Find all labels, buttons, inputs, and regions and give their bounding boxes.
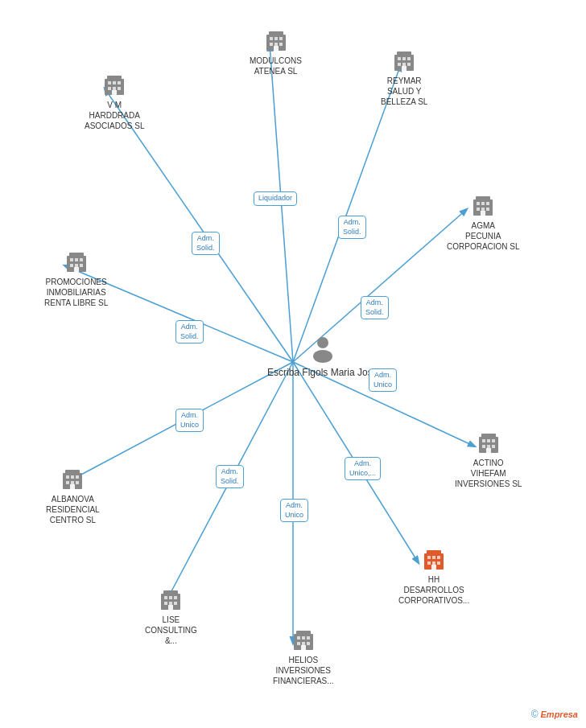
svg-rect-29 (402, 66, 406, 71)
svg-rect-70 (76, 475, 79, 479)
svg-rect-99 (302, 642, 305, 645)
watermark: © Empresa (531, 709, 578, 720)
svg-rect-59 (482, 439, 485, 442)
svg-rect-33 (113, 81, 116, 84)
svg-point-10 (317, 337, 328, 348)
node-label-lise: LISE CONSULTING &... (145, 615, 197, 646)
company-node-modulcons[interactable]: MODULCONS ATENEA SL (250, 28, 302, 76)
svg-rect-80 (427, 561, 431, 565)
svg-rect-49 (69, 253, 84, 257)
svg-rect-28 (407, 63, 411, 66)
svg-rect-35 (108, 87, 111, 90)
svg-rect-92 (168, 605, 173, 610)
svg-rect-88 (174, 596, 177, 599)
badge-b1[interactable]: Liquidador (254, 191, 297, 206)
svg-rect-31 (107, 76, 122, 80)
svg-rect-60 (487, 439, 490, 442)
center-label: Escriba Figols Maria Jose (267, 366, 378, 380)
badge-b5[interactable]: Adm. Solid. (361, 296, 389, 319)
company-node-reymar[interactable]: REYMAR SALUD Y BELLEZA SL (381, 48, 427, 107)
svg-rect-69 (71, 475, 74, 479)
svg-rect-38 (112, 90, 117, 95)
svg-rect-44 (477, 208, 480, 211)
svg-rect-78 (432, 556, 435, 559)
svg-rect-74 (70, 484, 75, 489)
svg-rect-81 (432, 561, 435, 565)
svg-rect-53 (70, 264, 73, 267)
svg-rect-101 (301, 645, 306, 650)
node-label-actino: ACTINO VIHEFAM INVERSIONES SL (455, 458, 522, 489)
svg-rect-36 (113, 87, 116, 90)
company-node-vm_hard[interactable]: V M HARDDRADA ASOCIADOS SL (85, 72, 144, 131)
node-label-vm_hard: V M HARDDRADA ASOCIADOS SL (85, 100, 144, 131)
svg-rect-85 (163, 590, 178, 595)
svg-rect-16 (279, 37, 283, 40)
badge-b9[interactable]: Adm. Unico,... (345, 457, 381, 480)
badge-b6[interactable]: Adm. Unico (369, 368, 397, 392)
svg-rect-87 (169, 596, 172, 599)
svg-rect-17 (270, 43, 273, 46)
svg-rect-37 (118, 87, 121, 90)
svg-rect-98 (297, 642, 300, 645)
svg-rect-55 (80, 264, 83, 267)
svg-rect-100 (307, 642, 310, 645)
svg-rect-76 (427, 550, 441, 555)
svg-rect-83 (431, 565, 436, 570)
svg-rect-68 (66, 475, 69, 479)
svg-rect-42 (481, 202, 485, 205)
company-node-lise[interactable]: LISE CONSULTING &... (145, 587, 197, 646)
svg-rect-25 (407, 57, 411, 60)
svg-rect-54 (75, 264, 78, 267)
svg-rect-56 (74, 267, 79, 272)
badge-b10[interactable]: Adm. Unico (280, 499, 308, 522)
graph-container: Escriba Figols Maria Jose MODULCONS ATEN… (0, 0, 586, 728)
badge-b8[interactable]: Adm. Solid. (216, 465, 244, 488)
svg-rect-52 (80, 258, 83, 261)
svg-rect-79 (437, 556, 440, 559)
badge-b7[interactable]: Adm. Unico (175, 409, 204, 432)
node-label-helios: HELIOS INVERSIONES FINANCIERAS... (273, 655, 334, 686)
svg-rect-89 (164, 602, 167, 605)
svg-rect-82 (437, 561, 440, 565)
svg-rect-51 (75, 258, 78, 261)
svg-rect-41 (477, 202, 480, 205)
svg-rect-63 (487, 445, 490, 448)
center-person[interactable]: Escriba Figols Maria Jose (267, 334, 378, 380)
company-node-agma[interactable]: AGMA PECUNIA CORPORACION SL (447, 193, 520, 252)
svg-rect-77 (427, 556, 431, 559)
svg-rect-50 (70, 258, 73, 261)
svg-rect-43 (486, 202, 489, 205)
svg-rect-27 (402, 63, 406, 66)
svg-rect-65 (486, 448, 491, 453)
svg-rect-14 (270, 37, 273, 40)
svg-rect-47 (481, 211, 485, 216)
svg-rect-45 (481, 208, 485, 211)
company-node-helios[interactable]: HELIOS INVERSIONES FINANCIERAS... (273, 627, 334, 686)
node-label-modulcons: MODULCONS ATENEA SL (250, 56, 302, 76)
svg-rect-95 (297, 636, 300, 640)
svg-rect-24 (402, 57, 406, 60)
badge-b2[interactable]: Adm. Solid. (192, 232, 220, 255)
svg-rect-72 (71, 481, 74, 484)
company-node-hh[interactable]: HH DESARROLLOS CORPORATIVOS... (398, 547, 469, 606)
node-label-agma: AGMA PECUNIA CORPORACION SL (447, 220, 520, 252)
svg-rect-58 (481, 434, 496, 438)
company-node-actino[interactable]: ACTINO VIHEFAM INVERSIONES SL (455, 430, 522, 489)
svg-rect-18 (274, 43, 278, 46)
company-node-albanova[interactable]: ALBANOVA RESIDENCIAL CENTRO SL (46, 467, 100, 525)
person-icon (308, 334, 337, 363)
svg-rect-19 (279, 43, 283, 46)
svg-rect-91 (174, 602, 177, 605)
svg-rect-94 (296, 631, 311, 635)
copyright-symbol: © (531, 709, 539, 720)
svg-rect-67 (65, 470, 80, 475)
badge-b4[interactable]: Adm. Solid. (175, 320, 204, 343)
badge-b3[interactable]: Adm. Solid. (338, 216, 366, 239)
svg-rect-71 (66, 481, 69, 484)
company-node-promociones[interactable]: PROMOCIONES INMOBILIARIAS RENTA LIBRE SL (44, 249, 108, 308)
svg-rect-62 (482, 445, 485, 448)
node-label-promociones: PROMOCIONES INMOBILIARIAS RENTA LIBRE SL (44, 277, 108, 308)
node-label-albanova: ALBANOVA RESIDENCIAL CENTRO SL (46, 494, 100, 525)
node-label-hh: HH DESARROLLOS CORPORATIVOS... (398, 574, 469, 606)
node-label-reymar: REYMAR SALUD Y BELLEZA SL (381, 76, 427, 107)
